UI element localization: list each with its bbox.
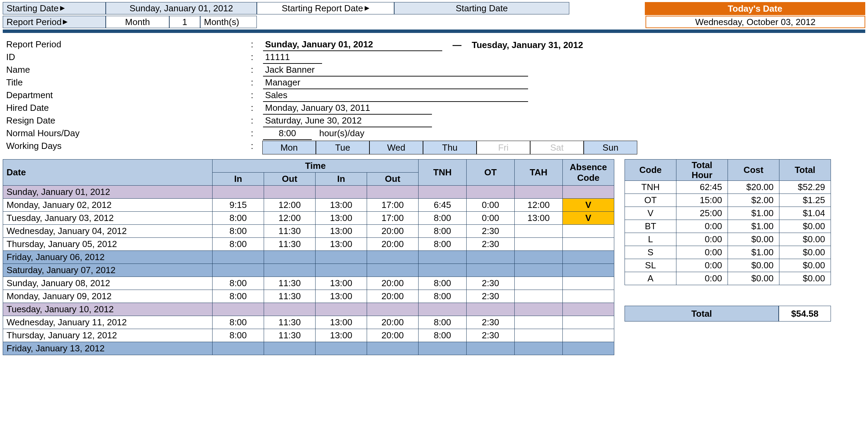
time-cell[interactable]: 13:00 [316, 277, 367, 290]
time-cell[interactable]: 17:00 [367, 212, 419, 225]
date-cell[interactable]: Saturday, January 07, 2012 [3, 264, 213, 277]
time-cell[interactable]: 11:30 [264, 238, 316, 251]
time-cell[interactable]: V [563, 212, 614, 225]
time-cell[interactable]: 2:30 [467, 225, 515, 238]
time-cell[interactable]: 13:00 [316, 199, 367, 212]
weekday-tue[interactable]: Tue [316, 141, 369, 154]
starting-date-value[interactable]: Sunday, January 01, 2012 [106, 2, 257, 14]
weekday-thu[interactable]: Thu [423, 141, 477, 154]
time-cell[interactable]: 11:30 [264, 225, 316, 238]
time-cell[interactable]: 20:00 [367, 290, 419, 303]
time-cell[interactable] [563, 186, 614, 199]
time-cell[interactable]: 8:00 [419, 290, 467, 303]
time-cell[interactable] [563, 342, 614, 355]
time-cell[interactable]: V [563, 199, 614, 212]
time-cell[interactable] [316, 303, 367, 316]
time-cell[interactable] [467, 342, 515, 355]
time-cell[interactable] [563, 225, 614, 238]
date-cell[interactable]: Monday, January 09, 2012 [3, 290, 213, 303]
time-cell[interactable]: 13:00 [316, 316, 367, 329]
time-cell[interactable]: 8:00 [213, 212, 264, 225]
time-cell[interactable]: 20:00 [367, 316, 419, 329]
time-cell[interactable]: 13:00 [316, 212, 367, 225]
time-cell[interactable]: 0:00 [467, 212, 515, 225]
time-cell[interactable] [467, 303, 515, 316]
time-cell[interactable] [264, 342, 316, 355]
time-cell[interactable]: 8:00 [419, 277, 467, 290]
date-cell[interactable]: Monday, January 02, 2012 [3, 199, 213, 212]
report-period-unit[interactable]: Month [106, 16, 169, 28]
date-cell[interactable]: Friday, January 13, 2012 [3, 342, 213, 355]
time-cell[interactable]: 17:00 [367, 199, 419, 212]
time-cell[interactable] [264, 264, 316, 277]
date-cell[interactable]: Sunday, January 08, 2012 [3, 277, 213, 290]
time-cell[interactable] [419, 342, 467, 355]
time-cell[interactable] [563, 316, 614, 329]
time-cell[interactable]: 2:30 [467, 290, 515, 303]
time-cell[interactable]: 2:30 [467, 329, 515, 342]
time-cell[interactable]: 8:00 [213, 225, 264, 238]
time-cell[interactable] [515, 290, 563, 303]
time-cell[interactable] [563, 251, 614, 264]
date-cell[interactable]: Tuesday, January 03, 2012 [3, 212, 213, 225]
time-cell[interactable] [467, 264, 515, 277]
time-cell[interactable] [316, 186, 367, 199]
time-cell[interactable] [515, 316, 563, 329]
time-cell[interactable]: 8:00 [213, 290, 264, 303]
date-cell[interactable]: Sunday, January 01, 2012 [3, 186, 213, 199]
time-cell[interactable] [264, 251, 316, 264]
time-cell[interactable]: 11:30 [264, 316, 316, 329]
date-cell[interactable]: Wednesday, January 04, 2012 [3, 225, 213, 238]
time-cell[interactable] [316, 264, 367, 277]
time-cell[interactable] [563, 329, 614, 342]
time-cell[interactable] [515, 303, 563, 316]
time-cell[interactable]: 13:00 [515, 212, 563, 225]
time-cell[interactable] [419, 186, 467, 199]
weekday-sun[interactable]: Sun [584, 141, 637, 154]
time-cell[interactable]: 11:30 [264, 290, 316, 303]
time-cell[interactable]: 20:00 [367, 329, 419, 342]
time-cell[interactable] [419, 251, 467, 264]
time-cell[interactable] [419, 264, 467, 277]
time-cell[interactable] [213, 342, 264, 355]
time-cell[interactable] [515, 342, 563, 355]
time-cell[interactable] [213, 186, 264, 199]
weekday-mon[interactable]: Mon [262, 141, 316, 154]
time-cell[interactable]: 20:00 [367, 277, 419, 290]
time-cell[interactable]: 2:30 [467, 316, 515, 329]
time-cell[interactable] [563, 290, 614, 303]
time-cell[interactable]: 8:00 [213, 277, 264, 290]
time-cell[interactable] [563, 238, 614, 251]
time-cell[interactable] [563, 303, 614, 316]
time-cell[interactable]: 8:00 [419, 238, 467, 251]
time-cell[interactable] [367, 264, 419, 277]
time-cell[interactable]: 9:15 [213, 199, 264, 212]
time-cell[interactable] [316, 342, 367, 355]
time-cell[interactable] [515, 277, 563, 290]
time-cell[interactable] [264, 186, 316, 199]
time-cell[interactable]: 13:00 [316, 225, 367, 238]
starting-report-select[interactable]: Starting Date [394, 2, 569, 14]
time-cell[interactable] [563, 264, 614, 277]
time-cell[interactable] [515, 238, 563, 251]
date-cell[interactable]: Thursday, January 12, 2012 [3, 329, 213, 342]
time-cell[interactable]: 13:00 [316, 290, 367, 303]
date-cell[interactable]: Wednesday, January 11, 2012 [3, 316, 213, 329]
time-cell[interactable] [563, 277, 614, 290]
report-period-qty[interactable]: 1 [169, 16, 200, 28]
time-cell[interactable] [213, 303, 264, 316]
time-cell[interactable] [467, 251, 515, 264]
time-cell[interactable]: 8:00 [213, 329, 264, 342]
date-cell[interactable]: Thursday, January 05, 2012 [3, 238, 213, 251]
time-cell[interactable] [367, 342, 419, 355]
time-cell[interactable] [367, 303, 419, 316]
time-cell[interactable]: 13:00 [316, 329, 367, 342]
date-cell[interactable]: Tuesday, January 10, 2012 [3, 303, 213, 316]
time-cell[interactable] [213, 264, 264, 277]
weekday-fri[interactable]: Fri [477, 141, 530, 154]
time-cell[interactable]: 2:30 [467, 238, 515, 251]
time-cell[interactable]: 12:00 [264, 199, 316, 212]
time-cell[interactable]: 13:00 [316, 238, 367, 251]
time-cell[interactable] [316, 251, 367, 264]
time-cell[interactable]: 11:30 [264, 277, 316, 290]
